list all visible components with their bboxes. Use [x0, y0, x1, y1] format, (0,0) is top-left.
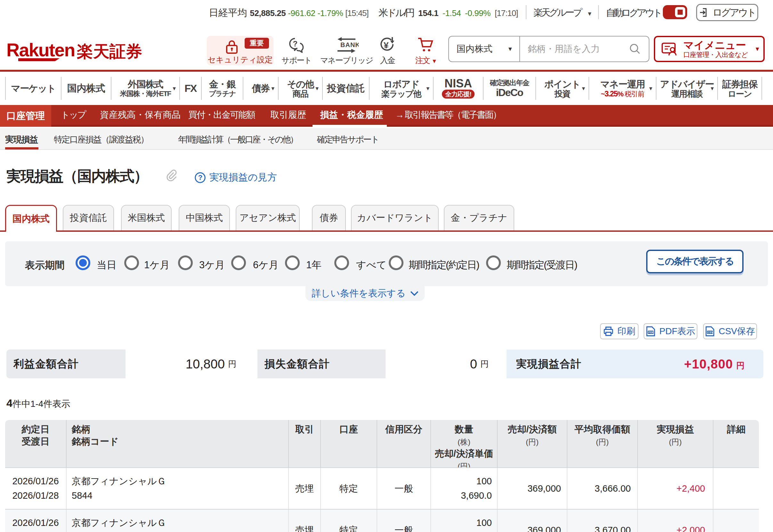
svg-text:?: ? [198, 173, 202, 181]
svg-text:Rakuten: Rakuten [6, 40, 75, 60]
svg-text:CSV: CSV [707, 331, 713, 334]
svg-text:¥: ¥ [383, 40, 389, 50]
svg-text:?: ? [293, 39, 297, 48]
svg-text:楽天証券: 楽天証券 [76, 42, 142, 60]
svg-text:BANK: BANK [340, 41, 358, 48]
svg-text:PDF: PDF [648, 331, 654, 334]
